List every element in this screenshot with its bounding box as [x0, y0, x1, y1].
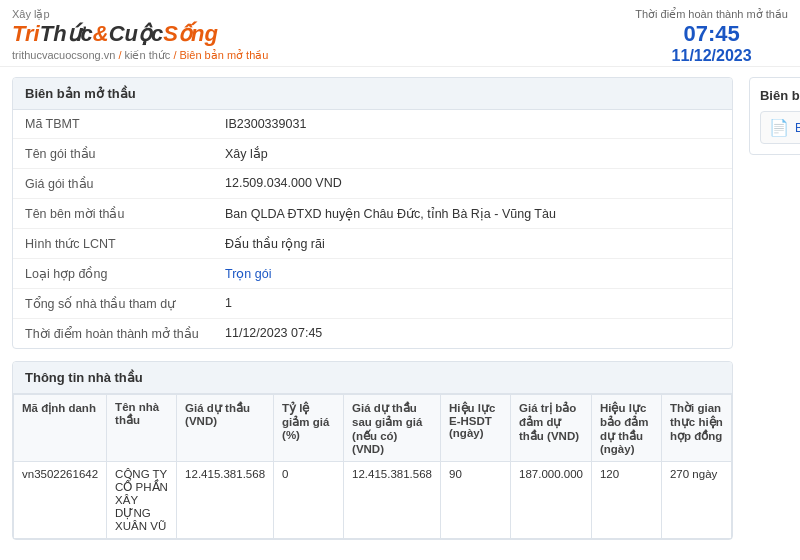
table-cell: 12.415.381.568: [177, 462, 274, 539]
table-header: Thời gian thực hiện hợp đồng: [661, 395, 731, 462]
date-value: 11/12/2023: [635, 47, 788, 65]
info-label: Tên bên mời thầu: [25, 206, 225, 221]
breadcrumb-home[interactable]: trithucvacuocsong.vn: [12, 49, 115, 61]
table-header: Hiệu lực bảo đảm dự thầu (ngày): [591, 395, 661, 462]
contractor-section: Thông tin nhà thầu Mã định danhTên nhà t…: [12, 361, 733, 540]
info-row: Hình thức LCNTĐấu thầu rộng rãi: [13, 229, 732, 259]
info-label: Loại hợp đồng: [25, 266, 225, 281]
document-title: Biên bản mở thầu: [760, 88, 800, 103]
right-panel: Biên bản mở thầu 📄 Biên bản mở thầu ↓: [749, 77, 800, 540]
document-name[interactable]: Biên bản mở thầu: [795, 121, 800, 135]
info-row: Mã TBMTIB2300339031: [13, 110, 732, 139]
breadcrumb-current: Biên bản mở thầu: [180, 49, 269, 61]
logo-main: Tri Thức & Cuộc Sống: [12, 21, 268, 47]
table-header: Mã định danh: [14, 395, 107, 462]
table-header: Giá trị bảo đảm dự thầu (VND): [511, 395, 592, 462]
document-section: Biên bản mở thầu 📄 Biên bản mở thầu ↓: [749, 77, 800, 155]
info-label: Giá gói thầu: [25, 176, 225, 191]
contractor-title: Thông tin nhà thầu: [13, 362, 732, 394]
main-content: Biên bản mở thầu Mã TBMTIB2300339031Tên …: [0, 67, 800, 550]
info-label: Tổng số nhà thầu tham dự: [25, 296, 225, 311]
bien-ban-title: Biên bản mở thầu: [13, 78, 732, 110]
breadcrumb: trithucvacuocsong.vn / kiến thức / Biên …: [12, 49, 268, 62]
document-item: 📄 Biên bản mở thầu ↓: [760, 111, 800, 144]
table-cell: 187.000.000: [511, 462, 592, 539]
info-row: Tổng số nhà thầu tham dự1: [13, 289, 732, 319]
table-cell: 0: [274, 462, 344, 539]
logo-tri-text: Tri: [12, 21, 40, 47]
breadcrumb-section[interactable]: kiến thức: [125, 49, 171, 61]
time-box: Thời điểm hoàn thành mở thầu 07:45 11/12…: [635, 8, 788, 65]
time-label: Thời điểm hoàn thành mở thầu: [635, 8, 788, 21]
info-value: Đấu thầu rộng rãi: [225, 236, 325, 251]
info-value: Ban QLDA ĐTXD huyện Châu Đức, tỉnh Bà Rị…: [225, 206, 556, 221]
table-cell: 120: [591, 462, 661, 539]
info-label: Hình thức LCNT: [25, 236, 225, 251]
table-row: vn3502261642CÔNG TY CỔ PHẦN XÂY DỰNG XUÂ…: [14, 462, 732, 539]
left-panel: Biên bản mở thầu Mã TBMTIB2300339031Tên …: [12, 77, 733, 540]
info-value: Xây lắp: [225, 146, 268, 161]
pdf-icon: 📄: [769, 118, 789, 137]
info-label: Mã TBMT: [25, 117, 225, 131]
info-value: 12.509.034.000 VND: [225, 176, 342, 191]
info-row: Tên bên mời thầuBan QLDA ĐTXD huyện Châu…: [13, 199, 732, 229]
table-cell: 12.415.381.568: [344, 462, 441, 539]
info-table: Mã TBMTIB2300339031Tên gói thầuXây lắpGi…: [13, 110, 732, 348]
bien-ban-section: Biên bản mở thầu Mã TBMTIB2300339031Tên …: [12, 77, 733, 349]
info-value: 11/12/2023 07:45: [225, 326, 322, 341]
table-header: Tỷ lệ giảm giá (%): [274, 395, 344, 462]
table-header: Tên nhà thầu: [107, 395, 177, 462]
info-label: Tên gói thầu: [25, 146, 225, 161]
logo-cuoc-text: Cuộc: [109, 21, 164, 47]
info-row: Tên gói thầuXây lắp: [13, 139, 732, 169]
logo-thuc-text: Thức: [40, 21, 93, 47]
logo-song-text: Sống: [163, 21, 218, 47]
info-row: Thời điểm hoàn thành mở thầu11/12/2023 0…: [13, 319, 732, 348]
time-value: 07:45: [635, 21, 788, 47]
info-value[interactable]: Trọn gói: [225, 266, 271, 281]
table-header: Hiệu lực E-HSDT (ngày): [441, 395, 511, 462]
info-row: Giá gói thầu12.509.034.000 VND: [13, 169, 732, 199]
table-cell: 270 ngày: [661, 462, 731, 539]
table-header: Giá dự thầu (VND): [177, 395, 274, 462]
logo-amp-text: &: [93, 21, 109, 47]
logo-area: Xây lặp Tri Thức & Cuộc Sống trithucvacu…: [12, 8, 268, 62]
info-value: 1: [225, 296, 232, 311]
info-value: IB2300339031: [225, 117, 306, 131]
table-cell: CÔNG TY CỔ PHẦN XÂY DỰNG XUÂN VŨ: [107, 462, 177, 539]
info-label: Thời điểm hoàn thành mở thầu: [25, 326, 225, 341]
table-header: Giá dự thầu sau giảm giá (nếu có) (VND): [344, 395, 441, 462]
table-cell: 90: [441, 462, 511, 539]
table-cell: vn3502261642: [14, 462, 107, 539]
info-row: Loại hợp đồngTrọn gói: [13, 259, 732, 289]
contractor-table: Mã định danhTên nhà thầuGiá dự thầu (VND…: [13, 394, 732, 539]
logo-xay-lap-label: Xây lặp: [12, 8, 268, 21]
